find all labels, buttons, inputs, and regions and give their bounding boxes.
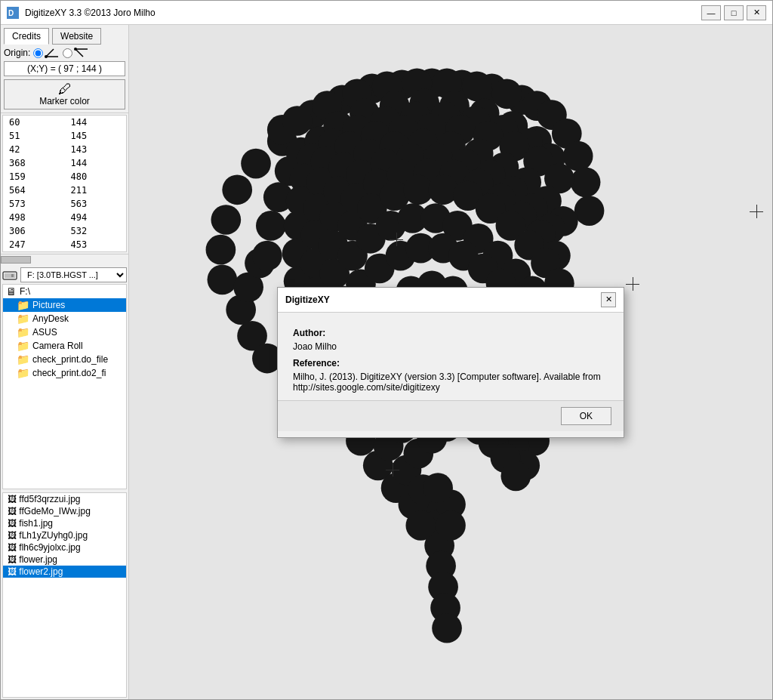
folder-item[interactable]: 🖥F:\ xyxy=(3,285,126,298)
origin-radio-1[interactable] xyxy=(33,48,43,58)
x-value: 60 xyxy=(3,116,65,129)
folder-item[interactable]: 📁AnyDesk xyxy=(3,312,126,325)
title-bar-left: D DigitizeXY 3.3 ©2013 Joro Milho xyxy=(7,7,156,19)
folder-icon: 🖥 xyxy=(6,285,17,298)
drive-icon xyxy=(2,269,17,281)
svg-point-7 xyxy=(74,48,77,51)
folder-item[interactable]: 📁ASUS xyxy=(3,325,126,339)
origin-row: Origin: xyxy=(4,48,125,58)
app-icon: D xyxy=(7,7,19,19)
main-content: Credits Website Origin: xyxy=(1,25,772,699)
file-name: flower.jpg xyxy=(19,554,57,565)
website-button[interactable]: Website xyxy=(52,28,101,45)
canvas-area[interactable]: DigitizeXY ✕ Author: Joao Milho Referenc… xyxy=(129,25,772,699)
svg-line-5 xyxy=(75,49,83,57)
y-value: 211 xyxy=(65,183,127,197)
y-value: 532 xyxy=(65,224,127,238)
file-icon: 🖼 xyxy=(8,542,17,553)
drive-selector: F: [3.0TB.HGST ...] xyxy=(2,267,127,282)
marker-color-label: Marker color xyxy=(39,96,90,106)
modal-title: DigitizeXY xyxy=(285,294,330,305)
folder-name: ASUS xyxy=(32,327,57,338)
nav-buttons: Credits Website xyxy=(4,28,125,45)
file-item[interactable]: 🖼 flower2.jpg xyxy=(3,566,126,578)
x-value: 573 xyxy=(3,197,65,211)
sidebar: Credits Website Origin: xyxy=(1,25,129,699)
origin-radio-2[interactable] xyxy=(63,48,72,58)
folder-item[interactable]: 📁Pictures xyxy=(3,298,126,312)
file-item[interactable]: 🖼 flower.jpg xyxy=(3,554,126,566)
table-row: 573563 xyxy=(3,197,126,211)
table-row: 60144 xyxy=(3,116,126,129)
x-value: 306 xyxy=(3,224,65,238)
folder-icon: 📁 xyxy=(17,353,29,365)
maximize-button[interactable]: □ xyxy=(724,5,744,20)
file-name: fish1.jpg xyxy=(19,518,53,529)
origin-label: Origin: xyxy=(4,48,30,58)
x-value: 159 xyxy=(3,170,65,183)
file-browser-section: F: [3.0TB.HGST ...] 🖥F:\📁Pictures📁AnyDes… xyxy=(1,264,128,699)
file-item[interactable]: 🖼 fLh1yZUyhg0.jpg xyxy=(3,529,126,541)
file-item[interactable]: 🖼 flh6c9yjolxc.jpg xyxy=(3,541,126,554)
marker-color-button[interactable]: 🖊 Marker color xyxy=(4,79,125,109)
file-item[interactable]: 🖼 fish1.jpg xyxy=(3,517,126,529)
modal-body: Author: Joao Milho Reference: Milho, J. … xyxy=(278,313,624,400)
file-item[interactable]: 🖼 ffd5f3qrzzui.jpg xyxy=(3,493,126,505)
x-value: 498 xyxy=(3,211,65,224)
file-icon: 🖼 xyxy=(8,554,17,565)
data-table: 6014451145421433681441594805642115735634… xyxy=(3,116,126,252)
scrollbar-thumb[interactable] xyxy=(1,256,31,264)
credits-dialog: DigitizeXY ✕ Author: Joao Milho Referenc… xyxy=(277,287,624,438)
file-icon: 🖼 xyxy=(8,566,17,577)
main-window: D DigitizeXY 3.3 ©2013 Joro Milho — □ ✕ … xyxy=(0,0,773,700)
modal-close-button[interactable]: ✕ xyxy=(601,292,616,307)
title-controls: — □ ✕ xyxy=(701,5,766,20)
author-value: Joao Milho xyxy=(293,341,608,352)
svg-text:D: D xyxy=(8,9,14,17)
y-value: 143 xyxy=(65,143,127,156)
reference-label: Reference: xyxy=(293,358,608,369)
folder-name: Camera Roll xyxy=(32,341,83,351)
coords-display: (X;Y) = ( 97 ; 144 ) xyxy=(4,61,125,76)
folder-item[interactable]: 📁check_print.do_file xyxy=(3,353,126,366)
x-value: 305 xyxy=(3,251,65,252)
x-value: 51 xyxy=(3,129,65,143)
x-value: 42 xyxy=(3,143,65,156)
svg-line-2 xyxy=(46,49,54,57)
horizontal-scrollbar[interactable] xyxy=(1,254,128,264)
folder-name: AnyDesk xyxy=(32,313,69,324)
folder-icon: 📁 xyxy=(17,326,29,338)
folder-item[interactable]: 📁check_print.do2_fi xyxy=(3,366,126,380)
radio-group-1 xyxy=(33,48,60,58)
y-value: 240 xyxy=(65,251,127,252)
close-button[interactable]: ✕ xyxy=(747,5,766,20)
file-list[interactable]: 🖼 ffd5f3qrzzui.jpg🖼 ffGdeMo_IWw.jpg🖼 fis… xyxy=(2,492,127,698)
file-icon: 🖼 xyxy=(8,494,17,504)
drive-select[interactable]: F: [3.0TB.HGST ...] xyxy=(20,267,127,282)
credits-button[interactable]: Credits xyxy=(4,28,49,45)
data-list[interactable]: 6014451145421433681441594805642115735634… xyxy=(2,115,127,252)
sidebar-top: Credits Website Origin: xyxy=(1,25,128,113)
minimize-button[interactable]: — xyxy=(701,5,721,20)
file-item[interactable]: 🖼 ffGdeMo_IWw.jpg xyxy=(3,505,126,517)
window-title: DigitizeXY 3.3 ©2013 Joro Milho xyxy=(25,8,156,18)
folder-name: check_print.do_file xyxy=(32,354,108,365)
file-icon: 🖼 xyxy=(8,530,17,541)
origin-icon-2 xyxy=(74,48,89,58)
folder-icon: 📁 xyxy=(17,299,29,311)
folder-item[interactable]: 📁Camera Roll xyxy=(3,339,126,353)
file-name: ffd5f3qrzzui.jpg xyxy=(19,494,80,504)
file-icon: 🖼 xyxy=(8,506,17,517)
folder-tree[interactable]: 🖥F:\📁Pictures📁AnyDesk📁ASUS📁Camera Roll📁c… xyxy=(2,284,127,489)
ok-button[interactable]: OK xyxy=(561,407,611,425)
table-row: 498494 xyxy=(3,211,126,224)
origin-icon-1 xyxy=(45,48,60,58)
folder-icon: 📁 xyxy=(17,313,29,325)
y-value: 494 xyxy=(65,211,127,224)
file-name: flh6c9yjolxc.jpg xyxy=(19,542,80,553)
marker-icon: 🖊 xyxy=(58,82,72,96)
svg-point-4 xyxy=(45,55,48,58)
table-row: 305240 xyxy=(3,251,126,252)
reference-value: Milho, J. (2013). DigitizeXY (version 3.… xyxy=(293,372,608,393)
file-name: ffGdeMo_IWw.jpg xyxy=(19,506,91,517)
